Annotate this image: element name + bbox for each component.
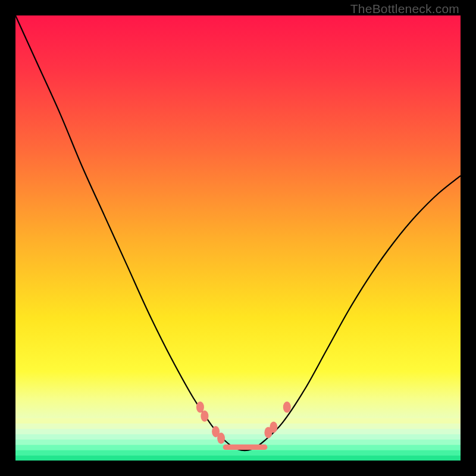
- curve-layer: [15, 15, 461, 461]
- chart-frame: TheBottleneck.com: [0, 0, 476, 476]
- bottleneck-curve: [15, 15, 461, 450]
- svg-point-14: [283, 402, 291, 413]
- bead-markers: [196, 402, 291, 444]
- svg-point-11: [217, 433, 225, 444]
- plot-area: [15, 15, 461, 461]
- svg-point-13: [270, 421, 277, 433]
- svg-point-9: [201, 411, 208, 422]
- watermark-text: TheBottleneck.com: [350, 2, 459, 16]
